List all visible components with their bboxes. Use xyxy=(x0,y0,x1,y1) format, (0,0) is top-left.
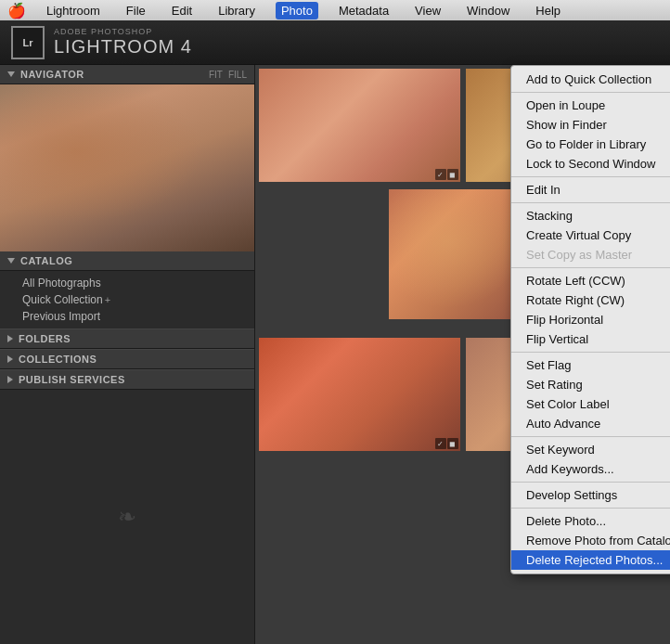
menu-item-set-copy-as-master: Set Copy as Master xyxy=(511,245,670,264)
navigator-fill[interactable]: FILL xyxy=(228,70,247,80)
publish-section: Publish Services xyxy=(0,369,254,390)
menu-item-create-virtual-copy[interactable]: Create Virtual Copy⌘' xyxy=(511,225,670,245)
app-title: LIGHTROOM 4 xyxy=(54,36,192,58)
navigator-fit[interactable]: FIT xyxy=(209,70,223,80)
menu-item-set-flag[interactable]: Set Flag▶ xyxy=(511,355,670,375)
menu-item-label: Set Copy as Master xyxy=(526,248,632,262)
menu-item-flip-horizontal[interactable]: Flip Horizontal xyxy=(511,310,670,329)
menu-item-label: Flip Vertical xyxy=(526,332,588,346)
menu-item-label: Auto Advance xyxy=(526,417,600,431)
menu-item-set-color-label[interactable]: Set Color Label▶ xyxy=(511,394,670,414)
folders-section: Folders xyxy=(0,328,254,349)
menu-item-label: Set Color Label xyxy=(526,397,610,411)
menu-item-label: Stacking xyxy=(526,209,573,223)
app-subtitle: ADOBE PHOTOSHOP xyxy=(54,27,192,36)
menu-edit[interactable]: Edit xyxy=(166,2,198,19)
menu-library[interactable]: Library xyxy=(213,2,261,19)
menu-item-label: Open in Loupe xyxy=(526,98,605,112)
publish-triangle xyxy=(7,376,13,383)
menu-item-edit-in[interactable]: Edit In▶ xyxy=(511,180,670,200)
navigator-label: Navigator xyxy=(20,69,209,80)
menu-separator xyxy=(511,482,670,483)
menu-metadata[interactable]: Metadata xyxy=(333,2,394,19)
menu-separator xyxy=(511,352,670,353)
publish-header[interactable]: Publish Services xyxy=(0,369,254,390)
menu-separator xyxy=(511,92,670,93)
menu-item-auto-advance[interactable]: Auto Advance xyxy=(511,414,670,433)
thumb-icon-5: ✓ xyxy=(435,438,446,449)
menu-photo[interactable]: Photo xyxy=(276,2,318,19)
catalog-items: All Photographs Quick Collection+ Previo… xyxy=(0,271,254,328)
menu-item-flip-vertical[interactable]: Flip Vertical xyxy=(511,329,670,349)
folders-header[interactable]: Folders xyxy=(0,328,254,349)
app-header: Lr ADOBE PHOTOSHOP LIGHTROOM 4 xyxy=(0,20,670,65)
collections-section: Collections xyxy=(0,349,254,369)
menu-item-label: Set Keyword xyxy=(526,443,595,457)
navigator-fit-fill: FIT FILL xyxy=(209,70,247,80)
menu-bar: 🍎 Lightroom File Edit Library Photo Meta… xyxy=(0,0,670,20)
collections-header[interactable]: Collections xyxy=(0,349,254,369)
thumb-cell-1[interactable]: ✓◼ xyxy=(259,69,460,182)
lr-logo: Lr xyxy=(11,26,45,59)
menu-item-label: Set Flag xyxy=(526,358,571,372)
menu-view[interactable]: View xyxy=(409,2,446,19)
catalog-quick-collection[interactable]: Quick Collection+ xyxy=(0,291,254,308)
menu-item-add-keywords---[interactable]: Add Keywords...⌘K xyxy=(511,459,670,479)
thumb-cell-3[interactable]: ✓◼ xyxy=(259,338,460,451)
menu-item-delete-rejected-photos---[interactable]: Delete Rejected Photos...⌘⌫ xyxy=(511,550,670,570)
catalog-label: Catalog xyxy=(20,255,247,266)
navigator-triangle xyxy=(7,71,15,77)
left-panel: Navigator FIT FILL Catalog All Photograp… xyxy=(0,65,255,644)
menu-item-develop-settings[interactable]: Develop Settings▶ xyxy=(511,485,670,505)
menu-separator xyxy=(511,176,670,177)
menu-item-rotate-left--ccw-[interactable]: Rotate Left (CCW)⌘[ xyxy=(511,271,670,290)
menu-help[interactable]: Help xyxy=(530,2,566,19)
menu-item-label: Set Rating xyxy=(526,378,583,392)
menu-separator xyxy=(511,267,670,268)
navigator-thumbnail xyxy=(0,84,254,251)
menu-item-label: Create Virtual Copy xyxy=(526,228,631,242)
menu-item-rotate-right--cw-[interactable]: Rotate Right (CW)⌘] xyxy=(511,290,670,310)
folders-triangle xyxy=(7,335,13,342)
photo-menu: Add to Quick CollectionBOpen in Loupe↩Sh… xyxy=(510,65,670,574)
menu-window[interactable]: Window xyxy=(461,2,515,19)
main-layout: Navigator FIT FILL Catalog All Photograp… xyxy=(0,65,670,644)
app-title-block: ADOBE PHOTOSHOP LIGHTROOM 4 xyxy=(54,27,192,58)
menu-item-show-in-finder[interactable]: Show in Finder⌘R xyxy=(511,115,670,135)
menu-lightroom[interactable]: Lightroom xyxy=(41,2,106,19)
publish-label: Publish Services xyxy=(19,374,247,385)
menu-item-remove-photo-from-catalog[interactable]: Remove Photo from Catalog⌥⌫ xyxy=(511,531,670,550)
menu-separator xyxy=(511,202,670,203)
menu-item-go-to-folder-in-library[interactable]: Go to Folder in Library xyxy=(511,135,670,154)
menu-item-label: Develop Settings xyxy=(526,488,617,502)
menu-item-add-to-quick-collection[interactable]: Add to Quick CollectionB xyxy=(511,70,670,89)
menu-item-stacking[interactable]: Stacking▶ xyxy=(511,206,670,225)
menu-item-set-rating[interactable]: Set Rating▶ xyxy=(511,375,670,394)
menu-item-label: Rotate Right (CW) xyxy=(526,293,625,307)
menu-separator xyxy=(511,508,670,509)
collections-label: Collections xyxy=(19,354,247,365)
thumb-icon-1: ✓ xyxy=(435,169,446,180)
collections-triangle xyxy=(7,355,13,363)
catalog-previous-import[interactable]: Previous Import xyxy=(0,308,254,325)
menu-file[interactable]: File xyxy=(121,2,151,19)
menu-separator xyxy=(511,436,670,437)
menu-item-label: Delete Rejected Photos... xyxy=(526,553,663,567)
catalog-all-photos[interactable]: All Photographs xyxy=(0,275,254,291)
catalog-triangle xyxy=(7,258,15,264)
menu-item-label: Lock to Second Window xyxy=(526,157,655,171)
menu-item-label: Rotate Left (CCW) xyxy=(526,274,625,288)
menu-item-label: Edit In xyxy=(526,183,560,197)
menu-item-lock-to-second-window[interactable]: Lock to Second Window⇧⌘↩ xyxy=(511,154,670,174)
navigator-header[interactable]: Navigator FIT FILL xyxy=(0,65,254,84)
menu-item-delete-photo---[interactable]: Delete Photo...⌫ xyxy=(511,511,670,531)
menu-item-label: Add Keywords... xyxy=(526,462,614,476)
menu-item-open-in-loupe[interactable]: Open in Loupe↩ xyxy=(511,96,670,115)
right-area: ✓◼ ✓◼ ✓◼ ✓◼ ✓◼ xyxy=(255,65,670,644)
navigator-thumb-inner xyxy=(0,84,254,251)
menu-item-label: Add to Quick Collection xyxy=(526,72,651,86)
apple-menu[interactable]: 🍎 xyxy=(7,2,26,19)
menu-item-set-keyword[interactable]: Set Keyword▶ xyxy=(511,440,670,459)
menu-item-label: Delete Photo... xyxy=(526,514,606,528)
catalog-header[interactable]: Catalog xyxy=(0,251,254,271)
